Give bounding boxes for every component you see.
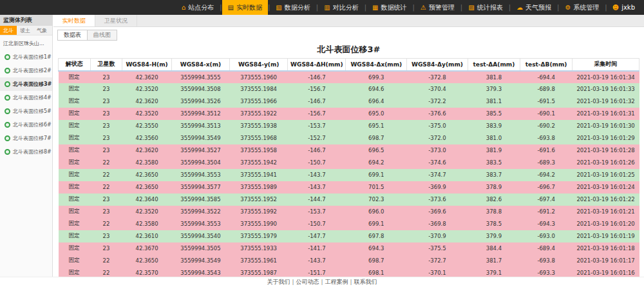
sidebar-item-8[interactable]: 北斗表面位移8# <box>0 145 52 159</box>
sidebar-item-3[interactable]: 北斗表面位移3# <box>0 77 52 91</box>
nav-item-2[interactable]: ▤实时数据 <box>222 0 268 15</box>
table-cell: -372.8 <box>407 71 468 83</box>
station-icon <box>5 95 10 101</box>
table-cell: -374.7 <box>407 169 468 181</box>
table-cell: -693.3 <box>520 267 573 277</box>
table-cell: 42.3580 <box>122 218 172 230</box>
column-header: WGS84-y(m) <box>230 59 288 71</box>
table-cell: 固定 <box>59 230 91 242</box>
table-cell: 2021-03-19 16:01:33 <box>573 83 639 95</box>
footer: 关于我们|公司动态|工程案例|联系我们 <box>0 277 644 287</box>
table-cell: 698.1 <box>346 267 407 277</box>
footer-link-3[interactable]: 工程案例 <box>325 279 348 285</box>
table-cell: 固定 <box>59 71 91 83</box>
table-cell: -693.0 <box>520 230 573 242</box>
report-icon: ▨ <box>468 4 474 11</box>
table-row: 固定2242.35803559994.3504373555.1942-150.7… <box>59 157 639 169</box>
nav-item-label: 实时数据 <box>236 3 262 12</box>
sidebar-item-6[interactable]: 北斗表面位移6# <box>0 118 52 132</box>
table-cell: 379.1 <box>468 267 520 277</box>
main-content: 实时数据卫星状况 数据表曲线图 北斗表面位移3# 解状态卫星数WGS84-H(m… <box>53 15 644 277</box>
sidebar-item-2[interactable]: 北斗表面位移2# <box>0 64 52 77</box>
station-icon <box>5 68 10 74</box>
sidebar-item-list: 北斗表面位移1#北斗表面位移2#北斗表面位移3#北斗表面位移4#北斗表面位移5#… <box>0 50 52 159</box>
table-cell: 42.3580 <box>122 157 172 169</box>
table-cell: 22 <box>90 267 122 277</box>
table-cell: 42.3650 <box>122 255 172 267</box>
table-cell: 固定 <box>59 218 91 230</box>
table-cell: 3559994.3513 <box>171 120 229 132</box>
table-cell: 381.8 <box>468 71 520 83</box>
table-cell: 2021-03-19 16:01:34 <box>573 71 639 83</box>
subtab-1[interactable]: 数据表 <box>57 30 88 41</box>
tree-root-node[interactable]: 江北新区珠头山... <box>0 35 52 50</box>
table-cell: 固定 <box>59 157 91 169</box>
table-cell: -691.6 <box>520 144 573 157</box>
table-row: 固定2342.35203559994.3508373555.1984-156.7… <box>59 83 639 95</box>
table-cell: 3559994.3543 <box>171 267 229 277</box>
footer-link-1[interactable]: 关于我们 <box>267 279 290 285</box>
table-cell: 3559994.3512 <box>171 108 229 120</box>
table-cell: -690.1 <box>520 108 573 120</box>
table-cell: 42.3620 <box>122 71 172 83</box>
sidebar-item-label: 北斗表面位移7# <box>13 135 52 142</box>
table-body: 固定2342.36203559994.3555373555.1960-146.7… <box>59 71 639 277</box>
table-row: 固定2342.35503559994.3513373555.1938-153.7… <box>59 120 639 132</box>
nav-item-label: 统计报表 <box>477 3 503 12</box>
table-cell: -697.4 <box>520 193 573 206</box>
table-cell: 373555.1941 <box>230 169 288 181</box>
nav-item-7[interactable]: ▨统计报表 <box>462 0 508 15</box>
nav-item-label: 数据统计 <box>381 3 406 12</box>
footer-link-2[interactable]: 公司动态 <box>296 279 319 285</box>
table-cell: 固定 <box>59 242 91 255</box>
station-icon <box>5 54 10 60</box>
table-cell: 2021-03-19 16:01:25 <box>573 169 639 181</box>
table-cell: 23 <box>90 120 122 132</box>
column-header: WGS84-x(m) <box>171 59 229 71</box>
table-cell: 23 <box>90 230 122 242</box>
nav-item-1[interactable]: ⌂站点分布 <box>176 0 220 15</box>
table-cell: 699.3 <box>346 71 407 83</box>
table-cell: 381.0 <box>468 132 520 144</box>
table-cell: 42.3610 <box>122 230 172 242</box>
table-cell: -146.7 <box>288 71 346 83</box>
sidebar-item-7[interactable]: 北斗表面位移7# <box>0 132 52 145</box>
table-cell: 3559994.3549 <box>171 132 229 144</box>
table-cell: 373555.1968 <box>230 132 288 144</box>
subtab-2[interactable]: 曲线图 <box>88 30 117 41</box>
nav-item-9[interactable]: ⚙系统管理 <box>559 0 605 15</box>
table-cell: -689.3 <box>520 157 573 169</box>
table-cell: -372.0 <box>407 132 468 144</box>
sidebar-tab-2[interactable]: 坡土 <box>17 26 33 35</box>
footer-link-4[interactable]: 联系我们 <box>354 279 377 285</box>
main-tab-2[interactable]: 卫星状况 <box>95 15 137 26</box>
table-cell: 2021-03-19 16:01:21 <box>573 206 639 218</box>
nav-item-label: 预警管理 <box>429 3 455 12</box>
sidebar-tab-3[interactable]: 气象 <box>33 26 50 35</box>
station-icon <box>5 81 10 87</box>
weather-icon: ☁ <box>516 4 523 11</box>
main-tab-1[interactable]: 实时数据 <box>53 15 95 26</box>
nav-item-4[interactable]: ▥对比分析 <box>318 0 364 15</box>
nav-item-8[interactable]: ☁天气预报 <box>511 0 557 15</box>
alert-management-icon: ⚠ <box>421 4 426 11</box>
sidebar-item-4[interactable]: 北斗表面位移4# <box>0 91 52 104</box>
sidebar-item-5[interactable]: 北斗表面位移5# <box>0 104 52 118</box>
user-menu[interactable]: ☻ jxkb <box>607 0 640 15</box>
table-cell: 22 <box>90 218 122 230</box>
table-cell: -146.7 <box>288 95 346 108</box>
table-cell: -694.2 <box>520 169 573 181</box>
table-cell: -150.7 <box>288 218 346 230</box>
table-cell: 固定 <box>59 120 91 132</box>
nav-item-5[interactable]: ▦数据统计 <box>366 0 412 15</box>
table-cell: 373555.1990 <box>230 218 288 230</box>
sidebar-tab-1[interactable]: 北斗 <box>0 26 17 35</box>
table-cell: 42.3560 <box>122 132 172 144</box>
footer-divider: | <box>321 279 323 285</box>
nav-item-3[interactable]: ▧数据分析 <box>270 0 316 15</box>
table-cell: -150.7 <box>288 157 346 169</box>
table-cell: 383.7 <box>468 169 520 181</box>
table-cell: 42.3550 <box>122 120 172 132</box>
nav-item-6[interactable]: ⚠预警管理 <box>415 0 460 15</box>
sidebar-item-1[interactable]: 北斗表面位移1# <box>0 50 52 64</box>
